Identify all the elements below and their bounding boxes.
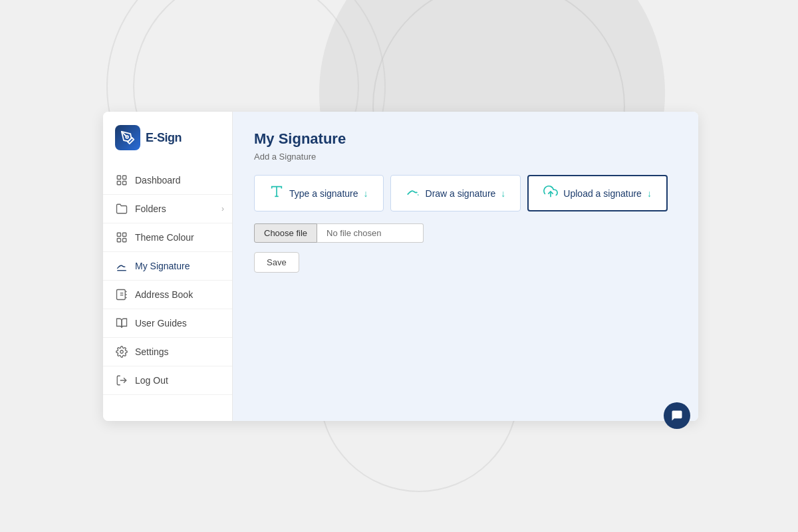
main-card: E-Sign Dashboard Folders › (103, 112, 698, 421)
page-subtitle: Add a Signature (254, 152, 677, 162)
logo-text: E-Sign (146, 131, 182, 145)
page-title: My Signature (254, 130, 677, 148)
tab-upload-label: Upload a signature (563, 188, 642, 199)
svg-point-14 (120, 350, 124, 354)
tab-type-label: Type a signature (289, 188, 358, 199)
sidebar: E-Sign Dashboard Folders › (103, 112, 233, 421)
logo-icon (115, 125, 140, 150)
sidebar-item-theme-colour-label: Theme Colour (135, 232, 194, 243)
sidebar-item-theme-colour[interactable]: Theme Colour (103, 223, 232, 252)
svg-rect-5 (117, 233, 120, 236)
tab-upload-arrow: ↓ (647, 188, 652, 199)
save-button[interactable]: Save (254, 252, 299, 273)
log-out-icon (115, 374, 128, 387)
svg-point-0 (126, 136, 128, 138)
choose-file-button[interactable]: Choose file (254, 223, 317, 243)
sidebar-item-settings[interactable]: Settings (103, 338, 232, 366)
svg-rect-8 (123, 239, 126, 242)
upload-cloud-icon (543, 184, 558, 202)
sidebar-item-dashboard-label: Dashboard (135, 175, 181, 186)
signature-tabs: Type a signature ↓ Draw a signature ↓ (254, 175, 677, 211)
theme-colour-icon (115, 231, 128, 244)
svg-rect-4 (123, 182, 126, 185)
svg-rect-6 (123, 233, 126, 236)
dashboard-icon (115, 174, 128, 187)
sidebar-item-folders-label: Folders (135, 203, 166, 214)
tab-type-signature[interactable]: Type a signature ↓ (254, 175, 384, 211)
user-guides-icon (115, 317, 128, 330)
type-icon (269, 184, 284, 202)
sidebar-item-user-guides-label: User Guides (135, 318, 187, 329)
chevron-right-icon: › (221, 204, 224, 213)
svg-rect-3 (117, 182, 120, 185)
sidebar-item-address-book-label: Address Book (135, 289, 193, 300)
tab-type-arrow: ↓ (364, 188, 368, 199)
sidebar-item-folders[interactable]: Folders › (103, 195, 232, 223)
chat-bubble-button[interactable] (664, 402, 690, 429)
sidebar-item-settings-label: Settings (135, 346, 169, 357)
sidebar-item-my-signature-label: My Signature (135, 261, 190, 271)
svg-rect-1 (117, 176, 120, 179)
folders-icon (115, 202, 128, 215)
tab-draw-signature[interactable]: Draw a signature ↓ (390, 175, 521, 211)
sidebar-item-address-book[interactable]: Address Book (103, 281, 232, 309)
sidebar-item-user-guides[interactable]: User Guides (103, 309, 232, 338)
svg-rect-2 (123, 176, 126, 179)
my-signature-icon (115, 259, 128, 273)
sidebar-item-log-out[interactable]: Log Out (103, 366, 232, 395)
main-content: My Signature Add a Signature Type a sign… (233, 112, 698, 421)
sidebar-item-my-signature[interactable]: My Signature (103, 252, 232, 281)
settings-icon (115, 345, 128, 358)
tab-draw-arrow: ↓ (501, 188, 505, 199)
sidebar-item-dashboard[interactable]: Dashboard (103, 166, 232, 195)
tab-draw-label: Draw a signature (426, 188, 496, 199)
tab-upload-signature[interactable]: Upload a signature ↓ (527, 175, 668, 211)
logo-area: E-Sign (103, 125, 232, 166)
file-input-row: Choose file No file chosen (254, 223, 677, 243)
address-book-icon (115, 288, 128, 301)
svg-rect-7 (117, 239, 120, 242)
sidebar-item-log-out-label: Log Out (135, 375, 168, 386)
draw-icon (406, 184, 420, 202)
file-name-display: No file chosen (317, 223, 424, 243)
